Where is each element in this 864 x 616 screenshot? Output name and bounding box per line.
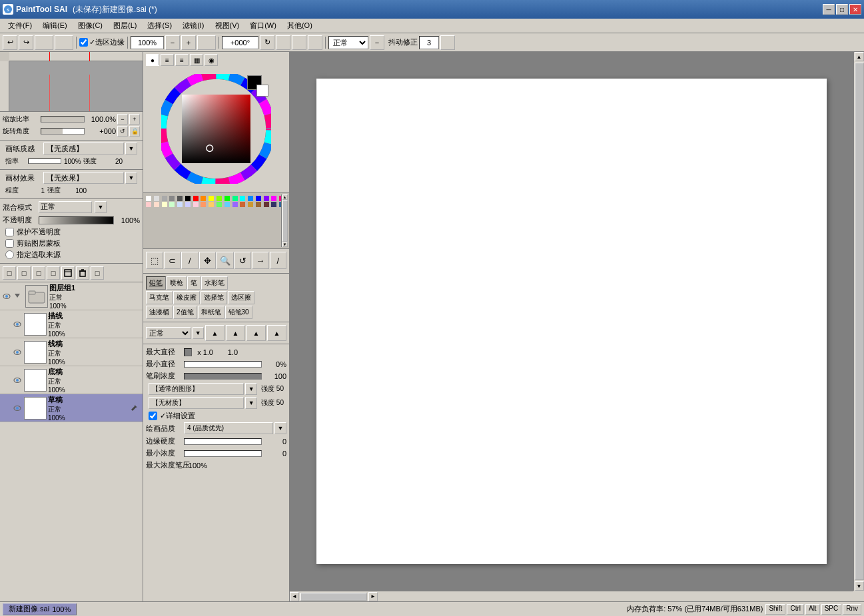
rotate-reset-btn[interactable]: ↺ (117, 126, 128, 137)
layer-item-group1[interactable]: 图层组1 正常 100% (0, 282, 143, 310)
transform-tool[interactable]: → (252, 252, 269, 269)
menu-file[interactable]: 文件(F) (3, 19, 37, 32)
swatch-cell[interactable] (248, 202, 253, 207)
scroll-down-arrow[interactable]: ▼ (855, 581, 864, 591)
ctrl-key-btn[interactable]: Ctrl (787, 604, 804, 615)
flip-v-btn[interactable] (308, 35, 322, 50)
marker-btn[interactable]: 马克笔 (146, 291, 173, 304)
clip-layer-checkbox[interactable] (5, 239, 14, 248)
swatch-cell[interactable] (169, 196, 175, 201)
min-diameter-slider[interactable] (184, 361, 262, 368)
fg-bg-box[interactable] (247, 75, 268, 97)
paper-texture-btn[interactable]: ▼ (125, 143, 137, 154)
swatch-cell[interactable] (264, 202, 269, 207)
canvas-vertical-scrollbar[interactable]: ▲ ▼ (853, 52, 864, 591)
scroll-right-arrow[interactable]: ► (368, 592, 378, 601)
layer-btn7[interactable]: □ (91, 266, 104, 280)
source-select-radio[interactable] (5, 250, 14, 259)
new-layer-btn[interactable]: □ (3, 266, 16, 280)
layer-eye-sketch[interactable] (12, 319, 23, 330)
dropper-tool[interactable]: / (270, 252, 287, 269)
spc-key-btn[interactable]: SPC (821, 604, 842, 615)
move-tool[interactable]: ✥ (199, 252, 216, 269)
angle-input[interactable] (222, 36, 258, 49)
swatch-cell[interactable] (201, 202, 206, 207)
selection-rect-tool[interactable]: ⬚ (146, 252, 163, 269)
brush-texture-menu-btn[interactable]: ▼ (245, 397, 257, 409)
minimize-button[interactable]: ─ (823, 4, 835, 15)
swatch-cell[interactable] (177, 202, 183, 207)
layer-item-sketch[interactable]: 描线 正常 100% (0, 310, 143, 338)
brush-shape-menu-btn[interactable]: ▼ (245, 383, 257, 395)
maximize-button[interactable]: □ (836, 4, 848, 15)
swatch-cell[interactable] (154, 196, 159, 201)
layer-eye-lineart[interactable] (12, 347, 23, 358)
color-tab-wheel[interactable]: ● (146, 54, 159, 66)
swatch-cell[interactable] (185, 196, 191, 201)
airbrush-tool-btn[interactable]: 喷枪 (167, 276, 187, 290)
canvas-horizontal-scrollbar[interactable]: ◄ ► (290, 591, 853, 601)
detail-settings-checkbox[interactable] (149, 412, 157, 420)
protect-opacity-checkbox[interactable] (5, 228, 14, 236)
menu-select[interactable]: 选择(S) (142, 19, 177, 32)
binary-pen-btn[interactable]: 2值笔 (173, 306, 197, 319)
menu-edit[interactable]: 编辑(E) (37, 19, 73, 32)
select-pen-btn[interactable]: 选择笔 (201, 291, 227, 304)
swatch-cell[interactable] (146, 202, 151, 207)
brush-shape-4[interactable]: ▲ (267, 325, 286, 341)
color-tab-hsv[interactable]: ≡ (175, 54, 189, 66)
brush-shape-3[interactable]: ▲ (246, 325, 266, 341)
drawing-canvas[interactable] (316, 79, 827, 564)
close-button[interactable]: ✕ (849, 4, 861, 15)
toolbar-btn2[interactable] (55, 35, 73, 50)
color-tab-palette[interactable]: ▦ (190, 54, 203, 66)
menu-layer[interactable]: 图层(L) (108, 19, 142, 32)
zoom-input[interactable] (131, 36, 164, 49)
swatch-cell[interactable] (146, 196, 151, 201)
menu-window[interactable]: 窗口(W) (244, 19, 282, 32)
swatch-cell[interactable] (232, 202, 238, 207)
scroll-up-arrow[interactable]: ▲ (855, 52, 864, 61)
menu-other[interactable]: 其他(O) (282, 19, 318, 32)
swatch-cell[interactable] (256, 196, 261, 201)
brush-shape-dropdown[interactable]: 【通常的图形】 (149, 383, 244, 395)
rotate-slider[interactable] (41, 128, 85, 135)
selection-edge-checkbox[interactable] (79, 38, 88, 47)
swatch-scroll-down[interactable]: ▼ (282, 242, 288, 247)
brush-mode-btn[interactable]: ▼ (193, 327, 204, 339)
min-density-slider[interactable] (184, 450, 262, 457)
rotate-tool[interactable]: ↺ (234, 252, 252, 269)
zoom-tool[interactable]: 🔍 (216, 252, 234, 269)
swatch-cell[interactable] (169, 202, 175, 207)
watercolor-btn[interactable]: 水彩笔 (201, 276, 228, 290)
brush-texture-dropdown[interactable]: 【无材质】 (149, 397, 244, 409)
brush-shape-2[interactable]: ▲ (226, 325, 245, 341)
swatch-cell[interactable] (154, 202, 159, 207)
swatch-cell[interactable] (271, 196, 276, 201)
swatch-cell[interactable] (177, 196, 183, 201)
swatch-cell[interactable] (216, 196, 222, 201)
menu-filter[interactable]: 滤镜(I) (177, 19, 209, 32)
paper-effect-dropdown[interactable]: 【无效果】 (43, 172, 124, 184)
swatch-cell[interactable] (193, 196, 199, 201)
toolbar-btn1[interactable] (35, 35, 53, 50)
pencil-tool-btn[interactable]: 铅笔 (146, 276, 166, 290)
layer-btn5[interactable] (61, 266, 75, 280)
lasso-tool[interactable]: ⊂ (164, 252, 181, 269)
rotate-ccw-btn[interactable] (276, 35, 290, 50)
blend-mode-btn[interactable]: − (370, 35, 384, 50)
swatch-cell[interactable] (201, 196, 206, 201)
swatch-cell[interactable] (193, 202, 199, 207)
blend-mode-select[interactable]: 正常 (328, 36, 368, 49)
new-folder-btn[interactable]: □ (32, 266, 45, 280)
pencil30-btn[interactable]: 铅笔30 (225, 306, 252, 319)
swatch-cell[interactable] (240, 196, 245, 201)
swatch-cell[interactable] (209, 202, 214, 207)
quality-menu-btn[interactable]: ▼ (274, 422, 286, 434)
layer-eye-draft[interactable] (12, 403, 23, 414)
stabilizer-input[interactable] (419, 36, 439, 49)
layer-eye-group1[interactable] (1, 291, 12, 302)
layer-eye-base[interactable] (12, 375, 23, 386)
opacity-slider[interactable] (39, 216, 114, 224)
paper-texture-dropdown[interactable]: 【无质感】 (43, 143, 124, 154)
